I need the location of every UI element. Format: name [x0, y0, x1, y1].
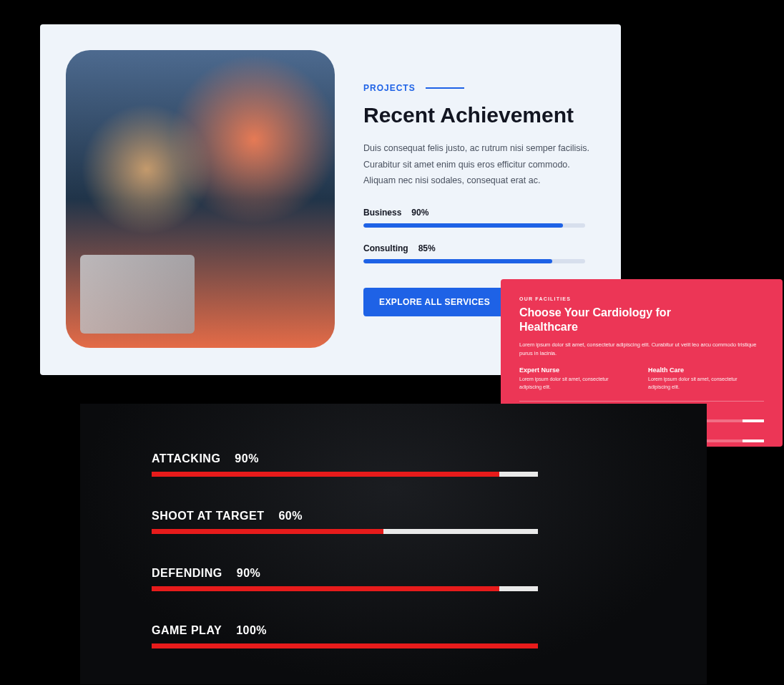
- progress-fill: [363, 259, 552, 263]
- projects-kicker-line: [426, 87, 464, 89]
- progress-track: [152, 643, 538, 648]
- healthcare-column-1: Health CareLorem ipsum dolor sit amet, c…: [648, 366, 748, 391]
- healthcare-col-body: Lorem ipsum dolor sit amet, consectetur …: [648, 376, 748, 391]
- sports-progress-0: ATTACKING90%: [152, 452, 635, 477]
- projects-hero-image: [66, 50, 335, 348]
- sports-progress-label: SHOOT AT TARGET60%: [152, 510, 635, 523]
- progress-label: Business: [363, 208, 401, 218]
- explore-services-button[interactable]: EXPLORE ALL SERVICES: [363, 288, 506, 316]
- healthcare-col-body: Lorem ipsum dolor sit amet, consectetur …: [519, 376, 619, 391]
- progress-label: ATTACKING: [152, 452, 220, 465]
- healthcare-description: Lorem ipsum dolor sit amet, consectetur …: [519, 341, 763, 358]
- progress-fill: [152, 643, 538, 648]
- progress-percent: 90%: [235, 452, 259, 465]
- progress-fill: [152, 586, 499, 591]
- healthcare-title: Choose Your Cardiology for Healthcare: [519, 306, 691, 334]
- healthcare-kicker: OUR FACILITIES: [519, 296, 764, 301]
- projects-progress-label: Consulting85%: [363, 243, 595, 253]
- progress-track: [363, 259, 585, 263]
- projects-progress-label: Business90%: [363, 208, 595, 218]
- progress-track: [152, 529, 538, 534]
- healthcare-col-heading: Expert Nurse: [519, 366, 619, 374]
- projects-eyebrow-row: PROJECTS: [363, 83, 595, 93]
- sports-progress-1: SHOOT AT TARGET60%: [152, 510, 635, 534]
- projects-progress-1: Consulting85%: [363, 243, 595, 263]
- sports-progress-label: GAME PLAY100%: [152, 624, 635, 637]
- sports-progress-label: ATTACKING90%: [152, 452, 635, 465]
- progress-label: DEFENDING: [152, 567, 222, 579]
- projects-description: Duis consequat felis justo, ac rutrum ni…: [363, 140, 595, 189]
- healthcare-divider: [519, 401, 764, 402]
- progress-fill: [152, 472, 499, 477]
- progress-percent: 90%: [411, 208, 428, 218]
- progress-track: [152, 586, 538, 591]
- progress-track: [363, 223, 585, 228]
- sports-progress-label: DEFENDING90%: [152, 567, 635, 580]
- progress-label: Consulting: [363, 243, 408, 253]
- progress-fill: [152, 529, 383, 534]
- progress-track: [152, 472, 538, 477]
- projects-title: Recent Achievement: [363, 103, 595, 127]
- progress-percent: 85%: [418, 243, 436, 253]
- progress-label: GAME PLAY: [152, 624, 222, 636]
- sports-card: ATTACKING90%SHOOT AT TARGET60%DEFENDING9…: [80, 404, 707, 684]
- sports-progress-3: GAME PLAY100%: [152, 624, 635, 648]
- progress-percent: 60%: [278, 510, 303, 522]
- projects-progress-0: Business90%: [363, 208, 595, 228]
- projects-kicker: PROJECTS: [363, 83, 416, 93]
- progress-percent: 100%: [236, 624, 267, 636]
- progress-percent: 90%: [237, 567, 261, 579]
- healthcare-column-0: Expert NurseLorem ipsum dolor sit amet, …: [519, 366, 619, 391]
- progress-fill: [363, 223, 563, 228]
- progress-label: SHOOT AT TARGET: [152, 510, 264, 522]
- healthcare-col-heading: Health Care: [648, 366, 748, 374]
- sports-progress-2: DEFENDING90%: [152, 567, 635, 591]
